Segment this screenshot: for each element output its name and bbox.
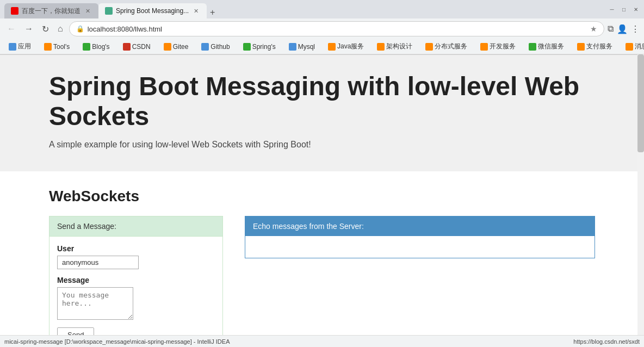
echo-panel-header: Echo messages from the Server: <box>245 216 595 236</box>
status-bar: micai-spring-message [D:\workspace_messa… <box>0 335 644 347</box>
tab-close-spring[interactable]: ✕ <box>192 7 200 15</box>
bm-github-label: Github <box>210 43 230 51</box>
close-button[interactable]: ✕ <box>632 5 640 13</box>
forward-button[interactable]: → <box>22 22 36 35</box>
extensions-icon[interactable]: ⧉ <box>608 24 614 34</box>
new-tab-button[interactable]: + <box>207 7 218 18</box>
address-bar-row: ← → ↻ ⌂ 🔒 localhost:8080/llws.html ★ ⧉ 👤… <box>0 18 644 39</box>
bm-mysql-icon <box>289 43 296 51</box>
bm-java[interactable]: Java服务 <box>324 41 368 52</box>
reload-button[interactable]: ↻ <box>39 22 52 36</box>
section-title: WebSockets <box>49 188 595 205</box>
bm-dev-icon <box>480 43 488 51</box>
minimize-button[interactable]: ─ <box>608 5 616 13</box>
back-button[interactable]: ← <box>4 22 18 35</box>
main-content: WebSockets Send a Message: User Message … <box>0 171 644 347</box>
bm-apps-icon <box>9 43 16 51</box>
bm-apps-label: 应用 <box>18 42 31 51</box>
status-left: micai-spring-message [D:\workspace_messa… <box>4 338 230 345</box>
bm-arch-icon <box>377 43 385 51</box>
tab-favicon-spring <box>105 7 113 15</box>
bm-csdn[interactable]: CSDN <box>119 42 155 52</box>
bm-csdn-icon <box>123 43 131 51</box>
bm-springs[interactable]: Spring's <box>239 42 280 52</box>
send-panel: Send a Message: User Message Send <box>49 216 223 347</box>
bm-tools-icon <box>44 43 52 51</box>
bm-distributed-icon <box>425 43 433 51</box>
page-content: Spring Boot Messaging with low-level Web… <box>0 55 644 347</box>
user-input[interactable] <box>57 256 139 269</box>
home-button[interactable]: ⌂ <box>55 22 66 35</box>
title-bar: 百度一下，你就知道 ✕ Spring Boot Messaging... ✕ +… <box>0 0 644 18</box>
address-text: localhost:8080/llws.html <box>88 25 162 33</box>
bm-distributed[interactable]: 分布式服务 <box>421 41 472 52</box>
bm-mysql[interactable]: Mysql <box>284 42 319 52</box>
bm-distributed-label: 分布式服务 <box>435 42 467 51</box>
bm-csdn-label: CSDN <box>132 43 151 51</box>
bm-blogs[interactable]: Blog's <box>78 42 114 52</box>
message-textarea[interactable] <box>57 287 133 320</box>
bm-tools-label: Tool's <box>53 43 70 51</box>
bm-msg[interactable]: 消息服务 <box>621 41 644 52</box>
bm-dev[interactable]: 开发服务 <box>476 41 520 52</box>
bm-springs-label: Spring's <box>252 43 276 51</box>
bm-gitee-icon <box>164 43 171 51</box>
bm-wechat[interactable]: 微信服务 <box>524 41 568 52</box>
tab-label-baidu: 百度一下，你就知道 <box>22 7 81 16</box>
bookmarks-bar: 应用 Tool's Blog's CSDN Gitee Github <box>0 39 644 54</box>
tab-baidu[interactable]: 百度一下，你就知道 ✕ <box>4 3 98 18</box>
status-right: https://blog.csdn.net/sxdt <box>573 338 640 345</box>
bm-tools[interactable]: Tool's <box>40 42 74 52</box>
send-panel-header: Send a Message: <box>49 216 222 237</box>
tab-bar: 百度一下，你就知道 ✕ Spring Boot Messaging... ✕ + <box>4 0 218 18</box>
bm-wechat-label: 微信服务 <box>538 42 564 51</box>
bm-java-label: Java服务 <box>337 42 364 51</box>
echo-panel-body <box>245 236 595 258</box>
maximize-button[interactable]: □ <box>620 5 628 13</box>
hero-section: Spring Boot Messaging with low-level Web… <box>0 55 644 171</box>
scrollbar-thumb[interactable] <box>637 54 644 152</box>
tab-favicon-baidu <box>11 7 18 15</box>
send-panel-body: User Message Send <box>49 237 222 347</box>
browser-chrome: 百度一下，你就知道 ✕ Spring Boot Messaging... ✕ +… <box>0 0 644 55</box>
message-label: Message <box>57 276 215 284</box>
page-title: Spring Boot Messaging with low-level Web… <box>49 71 595 131</box>
bm-pay-icon <box>577 43 585 51</box>
bm-dev-label: 开发服务 <box>490 42 516 51</box>
bm-arch[interactable]: 架构设计 <box>373 41 417 52</box>
lock-icon: 🔒 <box>76 25 84 33</box>
bm-java-icon <box>328 43 336 51</box>
bm-github[interactable]: Github <box>197 42 234 52</box>
bm-msg-icon <box>626 43 633 51</box>
tab-spring[interactable]: Spring Boot Messaging... ✕ <box>98 3 207 18</box>
bm-apps[interactable]: 应用 <box>4 41 35 52</box>
bm-mysql-label: Mysql <box>298 43 315 51</box>
bm-wechat-icon <box>529 43 536 51</box>
more-menu-icon[interactable]: ⋮ <box>631 24 640 34</box>
bm-gitee[interactable]: Gitee <box>159 42 193 52</box>
address-bar[interactable]: 🔒 localhost:8080/llws.html ★ <box>69 21 604 36</box>
bm-blogs-icon <box>83 43 90 51</box>
page-subtitle: A simple example for using low-level Web… <box>49 140 595 150</box>
bm-pay-label: 支付服务 <box>586 42 612 51</box>
bm-gitee-label: Gitee <box>173 43 189 51</box>
tab-label-spring: Spring Boot Messaging... <box>116 7 189 15</box>
panels-container: Send a Message: User Message Send Echo m… <box>49 216 595 347</box>
bm-msg-label: 消息服务 <box>635 42 644 51</box>
bm-blogs-label: Blog's <box>92 43 109 51</box>
tab-close-baidu[interactable]: ✕ <box>84 7 92 15</box>
profile-icon[interactable]: 👤 <box>617 24 628 34</box>
bm-github-icon <box>201 43 209 51</box>
browser-scrollbar[interactable] <box>637 54 644 335</box>
user-label: User <box>57 244 215 253</box>
bm-pay[interactable]: 支付服务 <box>573 41 617 52</box>
bm-springs-icon <box>243 43 251 51</box>
window-controls: ─ □ ✕ <box>608 5 640 13</box>
bookmark-star-icon[interactable]: ★ <box>590 24 597 33</box>
echo-panel: Echo messages from the Server: <box>245 216 595 258</box>
bm-arch-label: 架构设计 <box>386 42 412 51</box>
